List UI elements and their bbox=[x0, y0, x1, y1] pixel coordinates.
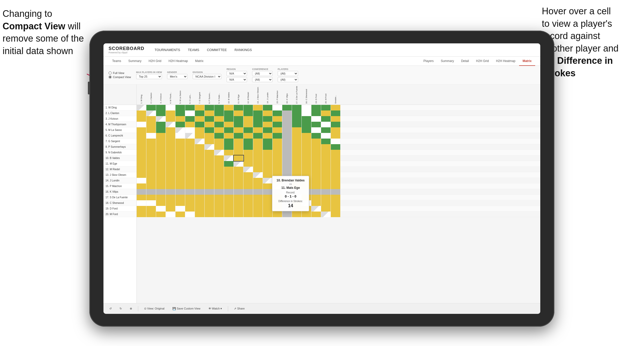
grid-cell[interactable] bbox=[321, 206, 331, 212]
grid-cell-highlighted[interactable] bbox=[234, 155, 243, 161]
grid-cell[interactable] bbox=[321, 110, 331, 116]
grid-cell[interactable] bbox=[311, 161, 321, 167]
grid-cell[interactable] bbox=[214, 200, 224, 206]
grid-cell[interactable] bbox=[224, 167, 234, 172]
compact-view-radio[interactable] bbox=[109, 76, 112, 79]
grid-cell[interactable] bbox=[146, 167, 156, 172]
grid-cell[interactable] bbox=[331, 178, 341, 183]
grid-cell[interactable] bbox=[292, 110, 302, 116]
grid-cell[interactable] bbox=[175, 139, 185, 144]
grid-cell[interactable] bbox=[331, 116, 341, 122]
grid-cell[interactable] bbox=[253, 127, 263, 133]
grid-cell[interactable] bbox=[195, 206, 205, 212]
grid-cell[interactable] bbox=[146, 144, 156, 150]
grid-cell[interactable] bbox=[234, 144, 243, 150]
grid-cell[interactable] bbox=[137, 116, 146, 122]
grid-cell[interactable] bbox=[253, 139, 263, 144]
grid-cell[interactable] bbox=[166, 206, 175, 212]
full-view-option[interactable]: Full View bbox=[109, 71, 131, 75]
subnav-detail[interactable]: Detail bbox=[458, 57, 473, 66]
grid-cell[interactable] bbox=[195, 189, 205, 195]
grid-cell[interactable] bbox=[156, 127, 166, 133]
grid-cell[interactable] bbox=[146, 195, 156, 200]
grid-cell[interactable] bbox=[214, 144, 224, 150]
compact-view-option[interactable]: Compact View bbox=[109, 76, 131, 79]
grid-cell[interactable] bbox=[146, 127, 156, 133]
grid-cell[interactable] bbox=[243, 150, 253, 155]
grid-cell[interactable] bbox=[185, 178, 195, 183]
grid-cell[interactable] bbox=[253, 178, 263, 183]
grid-cell[interactable] bbox=[302, 116, 311, 122]
grid-cell[interactable] bbox=[137, 139, 146, 144]
grid-cell[interactable] bbox=[302, 167, 311, 172]
grid-cell[interactable] bbox=[302, 139, 311, 144]
grid-cell[interactable] bbox=[311, 195, 321, 200]
grid-cell[interactable] bbox=[175, 195, 185, 200]
grid-cell[interactable] bbox=[331, 161, 341, 167]
grid-cell[interactable] bbox=[175, 172, 185, 178]
grid-cell[interactable] bbox=[175, 178, 185, 183]
grid-cell[interactable] bbox=[321, 133, 331, 139]
grid-cell[interactable] bbox=[311, 139, 321, 144]
grid-cell[interactable] bbox=[205, 105, 214, 110]
grid-cell[interactable] bbox=[175, 144, 185, 150]
grid-cell[interactable] bbox=[156, 110, 166, 116]
grid-cell[interactable] bbox=[302, 110, 311, 116]
grid-cell[interactable] bbox=[311, 189, 321, 195]
players-select-1[interactable]: (All) bbox=[278, 71, 298, 76]
grid-cell[interactable] bbox=[185, 183, 195, 189]
grid-cell[interactable] bbox=[205, 206, 214, 212]
grid-cell[interactable] bbox=[137, 172, 146, 178]
grid-cell[interactable] bbox=[166, 161, 175, 167]
grid-cell[interactable] bbox=[185, 144, 195, 150]
grid-cell[interactable] bbox=[185, 195, 195, 200]
grid-cell[interactable] bbox=[321, 105, 331, 110]
grid-cell[interactable] bbox=[292, 212, 302, 217]
grid-cell[interactable] bbox=[273, 167, 282, 172]
grid-cell[interactable] bbox=[146, 178, 156, 183]
grid-cell[interactable] bbox=[243, 155, 253, 161]
grid-cell[interactable] bbox=[263, 183, 273, 189]
grid-cell[interactable] bbox=[166, 212, 175, 217]
grid-cell[interactable] bbox=[205, 212, 214, 217]
grid-cell[interactable] bbox=[331, 200, 341, 206]
grid-cell[interactable] bbox=[166, 116, 175, 122]
grid-cell[interactable] bbox=[156, 144, 166, 150]
grid-cell[interactable] bbox=[234, 206, 243, 212]
grid-cell[interactable] bbox=[205, 155, 214, 161]
grid-cell[interactable] bbox=[146, 105, 156, 110]
grid-cell[interactable] bbox=[224, 161, 234, 167]
grid-cell[interactable] bbox=[282, 167, 292, 172]
grid-cell[interactable] bbox=[253, 212, 263, 217]
grid-cell[interactable] bbox=[146, 122, 156, 127]
grid-cell[interactable] bbox=[292, 116, 302, 122]
grid-cell[interactable] bbox=[195, 105, 205, 110]
grid-cell[interactable] bbox=[175, 206, 185, 212]
grid-cell[interactable] bbox=[185, 122, 195, 127]
grid-cell[interactable] bbox=[156, 167, 166, 172]
full-view-radio[interactable] bbox=[109, 71, 112, 75]
grid-cell[interactable] bbox=[156, 155, 166, 161]
grid-cell[interactable] bbox=[224, 127, 234, 133]
grid-cell[interactable] bbox=[302, 155, 311, 161]
grid-cell[interactable] bbox=[185, 127, 195, 133]
grid-cell[interactable] bbox=[263, 127, 273, 133]
grid-cell[interactable] bbox=[331, 105, 341, 110]
grid-cell[interactable] bbox=[331, 189, 341, 195]
grid-cell[interactable] bbox=[243, 110, 253, 116]
grid-cell[interactable] bbox=[253, 206, 263, 212]
grid-cell[interactable] bbox=[282, 133, 292, 139]
grid-cell[interactable] bbox=[214, 133, 224, 139]
grid-cell[interactable] bbox=[263, 139, 273, 144]
grid-cell[interactable] bbox=[321, 183, 331, 189]
grid-cell[interactable] bbox=[175, 189, 185, 195]
grid-cell[interactable] bbox=[331, 133, 341, 139]
grid-cell[interactable] bbox=[224, 212, 234, 217]
grid-cell[interactable] bbox=[156, 195, 166, 200]
grid-cell[interactable] bbox=[331, 144, 341, 150]
grid-cell[interactable] bbox=[205, 195, 214, 200]
grid-cell[interactable] bbox=[253, 110, 263, 116]
grid-cell[interactable] bbox=[234, 105, 243, 110]
region-select-2[interactable]: N/A bbox=[227, 77, 247, 82]
grid-cell[interactable] bbox=[205, 178, 214, 183]
